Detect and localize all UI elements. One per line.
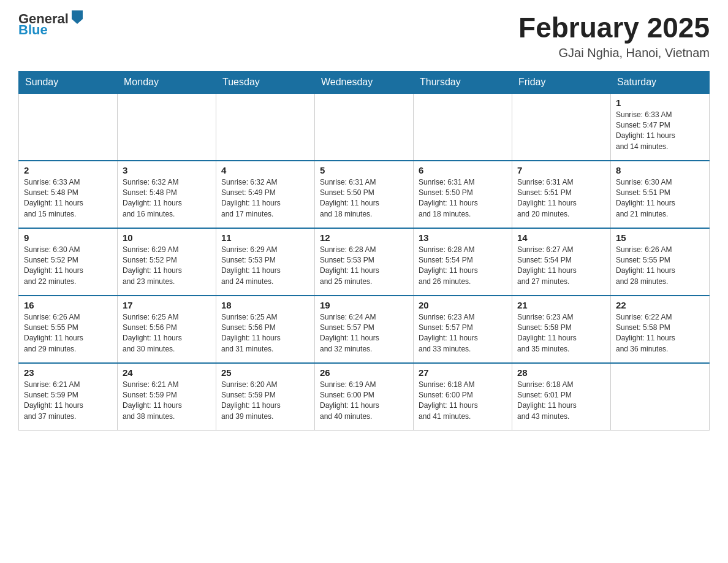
day-number: 18: [221, 300, 309, 310]
day-number: 8: [616, 165, 704, 175]
day-number: 16: [24, 300, 112, 310]
day-number: 25: [221, 367, 309, 378]
day-info: Sunrise: 6:30 AM Sunset: 5:52 PM Dayligh…: [24, 245, 112, 288]
title-section: February 2025 GJai Nghia, Hanoi, Vietnam: [518, 12, 710, 60]
calendar-cell: [19, 93, 118, 161]
calendar-header-row: SundayMondayTuesdayWednesdayThursdayFrid…: [19, 71, 710, 93]
day-info: Sunrise: 6:20 AM Sunset: 5:59 PM Dayligh…: [221, 380, 309, 423]
day-info: Sunrise: 6:33 AM Sunset: 5:48 PM Dayligh…: [24, 177, 112, 220]
calendar-cell: 20Sunrise: 6:23 AM Sunset: 5:57 PM Dayli…: [414, 296, 512, 363]
calendar-cell: 16Sunrise: 6:26 AM Sunset: 5:55 PM Dayli…: [19, 296, 118, 363]
calendar-cell: 13Sunrise: 6:28 AM Sunset: 5:54 PM Dayli…: [414, 228, 512, 296]
day-info: Sunrise: 6:29 AM Sunset: 5:52 PM Dayligh…: [123, 245, 211, 288]
day-number: 19: [320, 300, 408, 310]
calendar-cell: 17Sunrise: 6:25 AM Sunset: 5:56 PM Dayli…: [118, 296, 216, 363]
day-info: Sunrise: 6:18 AM Sunset: 6:01 PM Dayligh…: [517, 380, 605, 423]
day-info: Sunrise: 6:19 AM Sunset: 6:00 PM Dayligh…: [320, 380, 408, 423]
day-info: Sunrise: 6:18 AM Sunset: 6:00 PM Dayligh…: [419, 380, 507, 423]
calendar-cell: 19Sunrise: 6:24 AM Sunset: 5:57 PM Dayli…: [315, 296, 414, 363]
calendar-week-row: 23Sunrise: 6:21 AM Sunset: 5:59 PM Dayli…: [19, 363, 710, 431]
month-title: February 2025: [518, 12, 710, 44]
day-number: 17: [123, 300, 211, 310]
day-number: 28: [517, 367, 605, 378]
day-number: 11: [221, 232, 309, 243]
calendar-cell: 23Sunrise: 6:21 AM Sunset: 5:59 PM Dayli…: [19, 363, 118, 431]
calendar-cell: 5Sunrise: 6:31 AM Sunset: 5:50 PM Daylig…: [315, 161, 414, 228]
calendar-cell: 15Sunrise: 6:26 AM Sunset: 5:55 PM Dayli…: [611, 228, 710, 296]
day-number: 27: [419, 367, 507, 378]
day-number: 21: [517, 300, 605, 310]
col-header-monday: Monday: [118, 71, 216, 93]
calendar-week-row: 16Sunrise: 6:26 AM Sunset: 5:55 PM Dayli…: [19, 296, 710, 363]
page-header: General Blue February 2025 GJai Nghia, H…: [18, 12, 710, 60]
day-number: 15: [616, 232, 704, 243]
day-number: 22: [616, 300, 704, 310]
day-number: 23: [24, 367, 112, 378]
day-info: Sunrise: 6:26 AM Sunset: 5:55 PM Dayligh…: [616, 245, 704, 288]
day-number: 14: [517, 232, 605, 243]
logo-flag-icon: [70, 10, 84, 24]
calendar-cell: 1Sunrise: 6:33 AM Sunset: 5:47 PM Daylig…: [611, 93, 710, 161]
day-info: Sunrise: 6:31 AM Sunset: 5:51 PM Dayligh…: [517, 177, 605, 220]
day-number: 1: [616, 98, 704, 108]
day-number: 12: [320, 232, 408, 243]
calendar-cell: [611, 363, 710, 431]
location-subtitle: GJai Nghia, Hanoi, Vietnam: [518, 46, 710, 60]
col-header-wednesday: Wednesday: [315, 71, 414, 93]
day-number: 26: [320, 367, 408, 378]
day-number: 10: [123, 232, 211, 243]
col-header-saturday: Saturday: [611, 71, 710, 93]
calendar-cell: 28Sunrise: 6:18 AM Sunset: 6:01 PM Dayli…: [512, 363, 611, 431]
day-number: 9: [24, 232, 112, 243]
day-info: Sunrise: 6:25 AM Sunset: 5:56 PM Dayligh…: [221, 312, 309, 355]
day-info: Sunrise: 6:30 AM Sunset: 5:51 PM Dayligh…: [616, 177, 704, 220]
calendar-cell: [118, 93, 216, 161]
day-number: 20: [419, 300, 507, 310]
day-info: Sunrise: 6:24 AM Sunset: 5:57 PM Dayligh…: [320, 312, 408, 355]
day-number: 24: [123, 367, 211, 378]
day-info: Sunrise: 6:32 AM Sunset: 5:49 PM Dayligh…: [221, 177, 309, 220]
calendar-week-row: 2Sunrise: 6:33 AM Sunset: 5:48 PM Daylig…: [19, 161, 710, 228]
calendar-cell: 12Sunrise: 6:28 AM Sunset: 5:53 PM Dayli…: [315, 228, 414, 296]
col-header-thursday: Thursday: [414, 71, 512, 93]
day-info: Sunrise: 6:21 AM Sunset: 5:59 PM Dayligh…: [123, 380, 211, 423]
calendar-cell: 21Sunrise: 6:23 AM Sunset: 5:58 PM Dayli…: [512, 296, 611, 363]
calendar-cell: 11Sunrise: 6:29 AM Sunset: 5:53 PM Dayli…: [216, 228, 315, 296]
day-number: 7: [517, 165, 605, 175]
day-number: 2: [24, 165, 112, 175]
day-info: Sunrise: 6:31 AM Sunset: 5:50 PM Dayligh…: [419, 177, 507, 220]
day-info: Sunrise: 6:28 AM Sunset: 5:53 PM Dayligh…: [320, 245, 408, 288]
calendar-cell: 18Sunrise: 6:25 AM Sunset: 5:56 PM Dayli…: [216, 296, 315, 363]
day-number: 3: [123, 165, 211, 175]
logo-blue-text: Blue: [18, 23, 84, 37]
day-info: Sunrise: 6:32 AM Sunset: 5:48 PM Dayligh…: [123, 177, 211, 220]
calendar-cell: 24Sunrise: 6:21 AM Sunset: 5:59 PM Dayli…: [118, 363, 216, 431]
calendar-cell: [512, 93, 611, 161]
day-info: Sunrise: 6:31 AM Sunset: 5:50 PM Dayligh…: [320, 177, 408, 220]
day-number: 13: [419, 232, 507, 243]
calendar-week-row: 1Sunrise: 6:33 AM Sunset: 5:47 PM Daylig…: [19, 93, 710, 161]
col-header-tuesday: Tuesday: [216, 71, 315, 93]
calendar-table: SundayMondayTuesdayWednesdayThursdayFrid…: [18, 71, 710, 431]
day-number: 4: [221, 165, 309, 175]
calendar-cell: 4Sunrise: 6:32 AM Sunset: 5:49 PM Daylig…: [216, 161, 315, 228]
logo: General Blue: [18, 12, 84, 37]
calendar-cell: 6Sunrise: 6:31 AM Sunset: 5:50 PM Daylig…: [414, 161, 512, 228]
calendar-cell: 8Sunrise: 6:30 AM Sunset: 5:51 PM Daylig…: [611, 161, 710, 228]
calendar-cell: 27Sunrise: 6:18 AM Sunset: 6:00 PM Dayli…: [414, 363, 512, 431]
calendar-cell: 25Sunrise: 6:20 AM Sunset: 5:59 PM Dayli…: [216, 363, 315, 431]
col-header-friday: Friday: [512, 71, 611, 93]
day-info: Sunrise: 6:21 AM Sunset: 5:59 PM Dayligh…: [24, 380, 112, 423]
calendar-cell: 22Sunrise: 6:22 AM Sunset: 5:58 PM Dayli…: [611, 296, 710, 363]
calendar-cell: [216, 93, 315, 161]
day-info: Sunrise: 6:27 AM Sunset: 5:54 PM Dayligh…: [517, 245, 605, 288]
day-number: 6: [419, 165, 507, 175]
day-info: Sunrise: 6:23 AM Sunset: 5:58 PM Dayligh…: [517, 312, 605, 355]
calendar-cell: 9Sunrise: 6:30 AM Sunset: 5:52 PM Daylig…: [19, 228, 118, 296]
day-info: Sunrise: 6:22 AM Sunset: 5:58 PM Dayligh…: [616, 312, 704, 355]
calendar-cell: 2Sunrise: 6:33 AM Sunset: 5:48 PM Daylig…: [19, 161, 118, 228]
day-info: Sunrise: 6:28 AM Sunset: 5:54 PM Dayligh…: [419, 245, 507, 288]
calendar-week-row: 9Sunrise: 6:30 AM Sunset: 5:52 PM Daylig…: [19, 228, 710, 296]
calendar-cell: 7Sunrise: 6:31 AM Sunset: 5:51 PM Daylig…: [512, 161, 611, 228]
calendar-cell: 26Sunrise: 6:19 AM Sunset: 6:00 PM Dayli…: [315, 363, 414, 431]
